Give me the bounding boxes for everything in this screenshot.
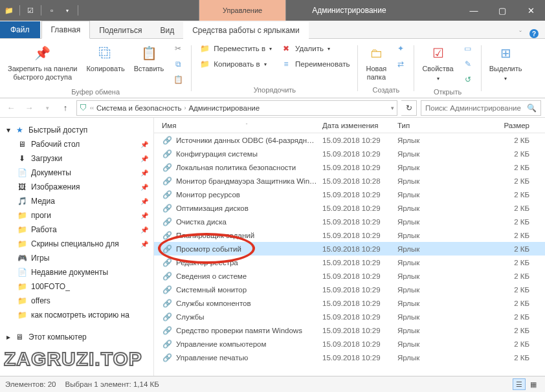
nav-item-icon: 📁 — [17, 224, 27, 235]
nav-item-7[interactable]: 📁Скрины специально для📌 — [0, 237, 153, 251]
delete-button[interactable]: ✖Удалить ▾ — [277, 41, 353, 56]
open-button[interactable]: ▭ — [459, 41, 477, 56]
nav-back[interactable]: ← — [4, 101, 18, 115]
file-size: 2 КБ — [471, 340, 545, 348]
nav-item-12[interactable]: 📁как посмотреть историю на — [0, 308, 153, 322]
nav-item-9[interactable]: 📄Недавние документы — [0, 265, 153, 279]
file-row[interactable]: 🔗Службы15.09.2018 10:29Ярлык2 КБ — [154, 310, 545, 323]
history-icon: ↺ — [463, 74, 473, 85]
pin-icon: 📌 — [140, 212, 148, 219]
nav-item-4[interactable]: 🎵Медиа📌 — [0, 194, 153, 208]
file-row[interactable]: 🔗Средство проверки памяти Windows15.09.2… — [154, 323, 545, 337]
file-name: Источники данных ODBC (64-разрядн… — [176, 136, 315, 144]
help-icon[interactable]: ? — [529, 29, 539, 38]
file-type: Ярлык — [394, 313, 471, 321]
context-tab[interactable]: Управление — [199, 0, 286, 21]
nav-item-3[interactable]: 🖼Изображения📌 — [0, 180, 153, 194]
file-row[interactable]: 🔗Оптимизация дисков15.09.2018 10:29Ярлык… — [154, 201, 545, 215]
tab-share[interactable]: Поделиться — [90, 22, 151, 39]
file-size: 2 КБ — [471, 313, 545, 321]
file-list[interactable]: 🔗Источники данных ODBC (64-разрядн…15.09… — [154, 133, 545, 376]
nav-item-6[interactable]: 📁Работа📌 — [0, 223, 153, 237]
copy-button[interactable]: ⿻Копировать — [82, 41, 128, 74]
crumb-root[interactable]: Система и безопасность› — [96, 104, 186, 112]
move-to-button[interactable]: 📁Переместить в ▾ — [195, 41, 276, 56]
nav-item-1[interactable]: ⬇Загрузки📌 — [0, 151, 153, 166]
shortcut-icon: 🔗 — [162, 230, 172, 241]
view-details-button[interactable]: ☰ — [513, 378, 526, 390]
column-headers[interactable]: Имяˆ Дата изменения Тип Размер — [154, 118, 545, 133]
clipboard-small-2[interactable]: ⧉ — [169, 57, 187, 71]
file-name: Очистка диска — [176, 218, 227, 226]
titlebar: 📁 ☑ ▫ ▾ Управление Администрирование — ▢… — [0, 0, 545, 21]
file-row[interactable]: 🔗Монитор ресурсов15.09.2018 10:29Ярлык2 … — [154, 188, 545, 201]
nav-quickaccess[interactable]: ▾★Быстрый доступ — [0, 123, 153, 137]
qat-new-icon[interactable]: ▫ — [47, 5, 57, 16]
file-row[interactable]: 🔗Локальная политика безопасности15.09.20… — [154, 160, 545, 174]
nav-recent[interactable]: ▾ — [40, 101, 54, 115]
select-button[interactable]: ⊞Выделить▾ — [485, 41, 526, 84]
file-row[interactable]: 🔗Просмотр событий15.09.2018 10:29Ярлык2 … — [154, 242, 545, 256]
file-row[interactable]: 🔗Системный монитор15.09.2018 10:29Ярлык2… — [154, 283, 545, 296]
file-row[interactable]: 🔗Редактор реестра15.09.2018 10:29Ярлык2 … — [154, 256, 545, 269]
ribbon-collapse-icon[interactable]: ˇ — [519, 30, 522, 38]
file-date: 15.09.2018 10:29 — [318, 245, 394, 253]
nav-item-0[interactable]: 🖥Рабочий стол📌 — [0, 137, 153, 151]
crumb-current[interactable]: Администрирование — [188, 104, 260, 112]
pin-quickaccess-button[interactable]: 📌Закрепить на панели быстрого доступа — [4, 41, 81, 83]
file-row[interactable]: 🔗Управление печатью15.09.2018 10:29Ярлык… — [154, 351, 545, 364]
easy-access-button[interactable]: ⇄ — [392, 57, 410, 71]
tab-home[interactable]: Главная — [41, 21, 91, 39]
nav-item-icon: 📁 — [17, 239, 27, 249]
file-row[interactable]: 🔗Источники данных ODBC (64-разрядн…15.09… — [154, 133, 545, 147]
qat-properties-icon[interactable]: ☑ — [25, 5, 36, 16]
minimize-button[interactable]: — — [460, 0, 488, 21]
nav-item-2[interactable]: 📄Документы📌 — [0, 166, 153, 180]
file-row[interactable]: 🔗Управление компьютером15.09.2018 10:29Я… — [154, 337, 545, 351]
nav-item-11[interactable]: 📁offers — [0, 294, 153, 308]
file-name: Монитор брандмауэра Защитника Win… — [176, 177, 317, 185]
file-row[interactable]: 🔗Монитор брандмауэра Защитника Win…15.09… — [154, 174, 545, 188]
group-open-label: Открыть — [434, 87, 462, 97]
new-folder-button[interactable]: 🗀Новая папка — [362, 41, 390, 83]
qat-dropdown-icon[interactable]: ▾ — [62, 5, 72, 16]
copy-to-icon: 📁 — [199, 59, 210, 69]
properties-button[interactable]: ☑Свойства▾ — [418, 41, 457, 84]
file-row[interactable]: 🔗Очистка диска15.09.2018 10:29Ярлык2 КБ — [154, 215, 545, 228]
nav-up[interactable]: ↑ — [58, 101, 72, 115]
file-tab[interactable]: Файл — [0, 21, 40, 38]
view-thumbs-button[interactable]: ▦ — [527, 378, 540, 390]
new-item-button[interactable]: ✦ — [392, 41, 410, 56]
maximize-button[interactable]: ▢ — [488, 0, 517, 21]
nav-item-10[interactable]: 📁100FOTO_ — [0, 279, 153, 294]
ribbon-tabs: Файл Главная Поделиться Вид Средства раб… — [0, 21, 545, 39]
search-field[interactable]: 🔍 — [421, 100, 541, 116]
paste-button[interactable]: 📋Вставить — [130, 41, 168, 74]
file-type: Ярлык — [394, 204, 471, 212]
search-input[interactable] — [425, 104, 524, 112]
file-row[interactable]: 🔗Конфигурация системы15.09.2018 10:29Ярл… — [154, 147, 545, 160]
shortcut-icon: 🔗 — [162, 217, 172, 227]
nav-item-5[interactable]: 📁проги📌 — [0, 208, 153, 223]
copy-icon: ⿻ — [95, 43, 116, 63]
edit-button[interactable]: ✎ — [459, 57, 477, 71]
file-date: 15.09.2018 10:29 — [318, 313, 394, 321]
tab-view[interactable]: Вид — [151, 22, 183, 39]
file-row[interactable]: 🔗Сведения о системе15.09.2018 10:29Ярлык… — [154, 269, 545, 283]
nav-item-8[interactable]: 🎮Игры — [0, 251, 153, 265]
properties-icon: ☑ — [428, 43, 449, 63]
history-button[interactable]: ↺ — [459, 72, 477, 87]
file-type: Ярлык — [394, 136, 471, 144]
refresh-button[interactable]: ↻ — [401, 100, 417, 116]
file-row[interactable]: 🔗Службы компонентов15.09.2018 10:29Ярлык… — [154, 296, 545, 310]
clipboard-small-3[interactable]: 📋 — [169, 72, 187, 87]
close-button[interactable]: ✕ — [517, 0, 545, 21]
rename-button[interactable]: ≡Переименовать — [277, 57, 353, 71]
nav-item-icon: 📁 — [17, 310, 27, 320]
tab-shortcut-tools[interactable]: Средства работы с ярлыками — [183, 22, 308, 39]
clipboard-small-1[interactable]: ✂ — [169, 41, 187, 56]
address-field[interactable]: ⛉ ‹‹ Система и безопасность› Администрир… — [76, 100, 397, 116]
nav-thispc[interactable]: ▸🖥Этот компьютер — [0, 330, 153, 344]
file-row[interactable]: 🔗Планировщик заданий15.09.2018 10:29Ярлы… — [154, 228, 545, 242]
copy-to-button[interactable]: 📁Копировать в ▾ — [195, 57, 276, 71]
